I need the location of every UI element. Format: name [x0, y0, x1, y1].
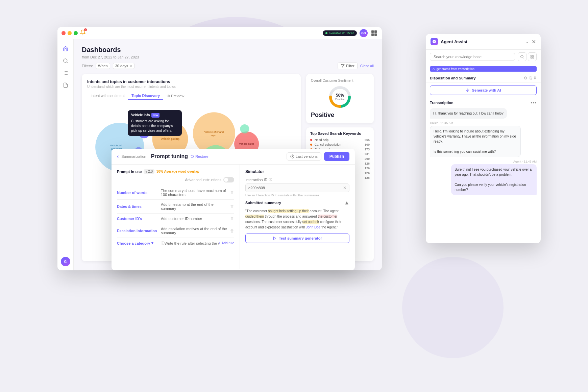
tl-yellow[interactable] — [68, 31, 72, 35]
last-versions-button[interactable]: Last versions — [287, 152, 321, 161]
tab-preview[interactable]: Preview — [163, 92, 188, 100]
grid-icon[interactable] — [370, 29, 378, 37]
pf-value: Add escalation motives at the end of the… — [161, 227, 228, 235]
prompt-field: Escalation Information Add escalation mo… — [117, 224, 234, 238]
prompt-field: Number of words The summary should have … — [117, 186, 234, 200]
tl-green[interactable] — [74, 31, 78, 35]
msg-time-2: Caller · 11:45 AM — [430, 121, 537, 125]
svg-rect-29 — [531, 55, 532, 57]
submitted-summary-header: Submitted summary ▲ — [245, 200, 349, 206]
pf-delete-icon[interactable]: 🗑 — [230, 204, 234, 209]
message-1: Hi, thank you for reaching out. How can … — [430, 108, 507, 119]
pf-delete-icon[interactable]: 🗑 — [230, 190, 234, 195]
disposition-gear-icon[interactable]: ⚙ — [524, 76, 528, 80]
category-select[interactable]: Choose a category ▾ — [117, 241, 161, 245]
sidebar-item-home[interactable] — [60, 43, 71, 54]
ap-chevron-icon[interactable]: ⌄ — [525, 39, 529, 44]
tl-red[interactable] — [62, 31, 66, 35]
simulator-title: Simulator — [245, 169, 349, 174]
sidebar-item-list[interactable] — [60, 68, 71, 78]
category-input[interactable] — [165, 241, 219, 245]
sidebar-item-search[interactable] — [60, 55, 71, 66]
tab-topic[interactable]: Topic Discovery — [128, 92, 163, 100]
advanced-row: Advanced instructions — [117, 177, 234, 182]
advanced-toggle[interactable] — [223, 177, 234, 182]
prompt-window: ‹ Summarization Prompt tuning Restore La… — [112, 149, 355, 270]
transcription-menu-icon[interactable]: ••• — [531, 100, 537, 105]
kw-count: 126 — [365, 176, 370, 179]
sentiment-donut: 50% Positive — [328, 85, 352, 109]
filter-30days[interactable]: 30 days ✕ — [113, 63, 135, 69]
svg-point-27 — [521, 55, 523, 58]
overlap-badge: 30% Average word overlap — [156, 170, 199, 173]
svg-marker-8 — [341, 65, 344, 68]
filter-when-label: When — [98, 64, 108, 68]
bubble-small-6[interactable] — [240, 124, 249, 133]
filter-30days-close[interactable]: ✕ — [129, 64, 132, 68]
ap-logo — [431, 38, 438, 45]
highlight-4: set up their — [302, 220, 319, 224]
svg-text:paym...: paym... — [210, 134, 218, 137]
add-rule-button[interactable]: + Add rule — [219, 241, 234, 245]
svg-line-1 — [67, 62, 68, 63]
sidebar-item-doc[interactable] — [60, 80, 71, 91]
sidebar-avatar[interactable]: G — [61, 257, 70, 266]
search-icon-btn-2[interactable] — [528, 52, 537, 61]
summary-text: "The customer sought help setting up the… — [245, 209, 349, 230]
avatar[interactable]: GO — [360, 29, 368, 37]
version-tag: v 2.0 — [144, 169, 154, 174]
search-icons — [518, 52, 537, 61]
kw-count: 231 — [365, 152, 370, 156]
ap-header: Agent Assist ⌄ ✕ — [426, 34, 541, 50]
titlebar-right: Available 01:25:43 GO — [323, 29, 378, 37]
ap-title: Agent Assist — [441, 39, 467, 44]
filters-bar: Filters: When 30 days ✕ Filter Clear all — [82, 63, 374, 69]
filter-button[interactable]: Filter — [338, 63, 357, 69]
test-summary-button[interactable]: Test summary generator — [245, 234, 349, 243]
svg-point-0 — [64, 59, 67, 63]
date-range: from Dec 27, 2022 to Jan 27, 2023 — [82, 55, 374, 59]
publish-button[interactable]: Publish — [324, 152, 349, 161]
download-icon[interactable]: ⬇ — [533, 76, 537, 80]
svg-text:Vehicle pickup: Vehicle pickup — [161, 137, 180, 141]
ap-close-button[interactable]: ✕ — [532, 39, 536, 45]
clear-interaction-icon[interactable]: ✕ — [343, 186, 346, 190]
restore-button[interactable]: Restore — [191, 154, 209, 158]
advanced-label: Advanced instructions — [185, 178, 221, 182]
filters-label: Filters: — [82, 64, 93, 68]
keyword-row: Need help 665 — [310, 138, 370, 142]
tab-intent[interactable]: Intent with sentiment — [87, 92, 128, 100]
pf-delete-icon[interactable]: 🗑 — [230, 228, 234, 233]
copy-icon[interactable]: ⎘ — [530, 76, 532, 80]
prompt-body: Prompt in use v 2.0 30% Average word ove… — [112, 165, 355, 269]
notification-badge[interactable]: 1 — [80, 29, 86, 37]
svg-marker-33 — [466, 89, 469, 92]
generate-ai-button[interactable]: Generate with AI — [430, 85, 537, 95]
svg-rect-31 — [533, 57, 534, 58]
kw-count: 126 — [365, 171, 370, 175]
sidebar: G — [57, 39, 74, 270]
pf-label: Dates & times — [117, 204, 161, 209]
highlight-1: sought help setting up their — [268, 209, 309, 213]
interaction-input[interactable] — [248, 186, 343, 190]
pf-label: Escalation Information — [117, 229, 161, 233]
pf-label: Customer ID's — [117, 217, 161, 221]
helper-text: Use an Interaction ID to simulate with o… — [245, 194, 349, 197]
message-3-wrapper: Agent · 11:46 AM Sure thing! I see you p… — [430, 160, 537, 195]
back-button[interactable]: ‹ — [117, 153, 119, 160]
interaction-row: Interaction ID ⓘ — [245, 177, 349, 182]
sidebar-bottom: G — [61, 257, 70, 266]
svg-marker-26 — [274, 237, 276, 240]
clear-all-button[interactable]: Clear all — [360, 64, 374, 68]
svg-text:Vehicle sales: Vehicle sales — [239, 142, 254, 145]
collapse-icon[interactable]: ▲ — [344, 200, 349, 206]
prompt-title: Prompt tuning — [151, 153, 188, 160]
kw-count: 300 — [365, 143, 370, 146]
search-input[interactable] — [430, 53, 515, 61]
disposition-title: Disposition and Summary — [430, 76, 522, 80]
highlight-3: the customer — [318, 215, 338, 218]
search-icon-btn-1[interactable] — [518, 52, 526, 61]
keywords-title: Top Saved Search Keywords — [310, 131, 370, 136]
tooltip-text: Customers are asking for details about t… — [131, 119, 178, 133]
pf-delete-icon[interactable]: 🗑 — [230, 216, 234, 221]
